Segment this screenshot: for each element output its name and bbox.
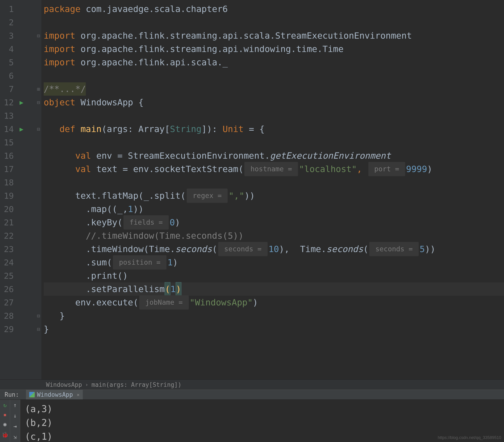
fold-end-icon[interactable]: ⊟	[37, 313, 40, 319]
console-output[interactable]: (a,3) (b,2) (c,1)	[20, 400, 504, 442]
up-arrow-icon[interactable]: ↑	[13, 402, 17, 408]
bracket-match: )	[176, 282, 181, 296]
import-path: org.apache.flink.streaming.api.scala.Str…	[80, 29, 412, 42]
breadcrumb-item[interactable]: main(args: Array[String])	[91, 381, 181, 388]
run-label: Run:	[5, 391, 19, 398]
number-literal: 9999	[406, 162, 427, 176]
fold-open-icon[interactable]: ⊟	[37, 126, 40, 132]
line-number: 19	[0, 191, 16, 201]
string-literal: "WindowsApp"	[190, 296, 253, 309]
keyword: def	[60, 122, 81, 136]
keyword: import	[44, 29, 80, 42]
console-line: (a,3)	[25, 402, 499, 416]
line-number: 4	[0, 44, 16, 54]
code-area[interactable]: package com.javaedge.scala.chapter6 impo…	[41, 0, 504, 379]
run-tab-name: WindowsApp	[37, 391, 73, 398]
gutter: 1 2 3⊟ 4 5 6 7⊞ 12▶⊟ 13 14▶⊟ 15 16 17 18…	[0, 0, 41, 379]
string-literal: "localhost"	[299, 162, 357, 176]
line-number: 13	[0, 111, 16, 121]
number-literal: 1	[128, 202, 133, 216]
run-gutter-icon[interactable]: ▶	[19, 125, 23, 133]
line-number: 25	[0, 271, 16, 280]
keyword: val	[75, 149, 96, 162]
editor-area: 1 2 3⊟ 4 5 6 7⊞ 12▶⊟ 13 14▶⊟ 15 16 17 18…	[0, 0, 504, 379]
line-number: 24	[0, 258, 16, 267]
line-number: 2	[0, 18, 16, 27]
package-name: com.javaedge.scala.chapter6	[86, 2, 228, 16]
fold-end-icon[interactable]: ⊟	[37, 326, 40, 332]
breadcrumb: WindowsApp › main(args: Array[String])	[0, 379, 504, 389]
stop-icon[interactable]: ■	[4, 413, 6, 417]
import-path: org.apache.flink.api.scala._	[80, 56, 228, 69]
line-number: 1	[0, 4, 16, 14]
run-config-icon	[29, 392, 35, 397]
param-hint: jobName =	[139, 295, 189, 310]
close-icon[interactable]: ×	[77, 392, 80, 398]
line-number: 29	[0, 325, 16, 334]
keyword: import	[44, 42, 80, 56]
number-literal: 1	[167, 256, 173, 269]
keyword: object	[44, 96, 80, 109]
down-arrow-icon[interactable]: ↓	[13, 413, 17, 419]
param-hint: port =	[368, 162, 405, 176]
string-literal: ","	[229, 189, 244, 202]
line-number: 17	[0, 165, 16, 174]
keyword: import	[44, 56, 80, 69]
bracket-match: (	[165, 282, 170, 296]
line-number: 12	[0, 98, 16, 107]
line-number: 15	[0, 138, 16, 147]
keyword: package	[44, 2, 86, 16]
line-number: 27	[0, 298, 16, 307]
line-number: 6	[0, 71, 16, 80]
console-line: (c,1)	[25, 430, 499, 442]
console-line: (b,2)	[25, 416, 499, 430]
fold-open-icon[interactable]: ⊟	[37, 100, 40, 105]
run-panel-body: ↻ ■ ◉ 🐞 ↑ ↓ ⇥ ⇲ (a,3) (b,2) (c,1)	[0, 400, 504, 442]
line-number: 7	[0, 84, 16, 94]
static-method: getExecutionEnvironment	[270, 149, 391, 162]
object-name: WindowsApp	[80, 96, 138, 109]
run-gutter-icon[interactable]: ▶	[19, 99, 23, 106]
keyword: val	[75, 162, 96, 176]
param-hint: fields =	[124, 215, 169, 229]
number-literal: 5	[420, 242, 425, 256]
scroll-end-icon[interactable]: ⇲	[13, 434, 17, 440]
watermark: https://blog.csdn.net/qq_33589510	[438, 435, 501, 440]
import-path: org.apache.flink.streaming.api.windowing…	[80, 42, 343, 56]
fold-open-icon[interactable]: ⊟	[37, 33, 40, 39]
line-number: 3	[0, 31, 16, 40]
bug-icon[interactable]: 🐞	[2, 432, 9, 438]
soft-wrap-icon[interactable]: ⇥	[13, 423, 17, 430]
param-hint: seconds =	[218, 242, 268, 256]
run-toolbar-primary: ↻ ■ ◉ 🐞	[0, 400, 10, 442]
param-hint: position =	[113, 255, 166, 270]
rerun-icon[interactable]: ↻	[3, 402, 6, 408]
chevron-right-icon: ›	[85, 382, 88, 387]
folded-comment[interactable]: /**...*/	[44, 82, 86, 96]
param-hint: seconds =	[369, 242, 419, 256]
line-number: 26	[0, 284, 16, 294]
breadcrumb-item[interactable]: WindowsApp	[46, 381, 82, 388]
line-number: 18	[0, 178, 16, 187]
method-name: main	[80, 122, 102, 136]
comment: //.timeWindow(Time.seconds(5))	[75, 229, 243, 242]
line-number: 16	[0, 151, 16, 161]
line-number: 20	[0, 204, 16, 214]
run-panel-header: Run: WindowsApp ×	[0, 389, 504, 400]
line-number: 23	[0, 244, 16, 254]
line-number: 5	[0, 58, 16, 67]
line-number: 21	[0, 218, 16, 227]
type: String	[170, 122, 201, 136]
number-literal: 0	[170, 216, 175, 229]
camera-icon[interactable]: ◉	[3, 421, 6, 427]
run-toolbar-secondary: ↑ ↓ ⇥ ⇲	[10, 400, 20, 442]
number-literal: 1	[170, 282, 176, 296]
run-tab[interactable]: WindowsApp ×	[26, 390, 83, 400]
fold-closed-icon[interactable]: ⊞	[37, 86, 40, 92]
param-hint: hostname =	[244, 162, 298, 176]
line-number: 28	[0, 311, 16, 321]
line-number: 22	[0, 231, 16, 240]
number-literal: 10	[269, 242, 279, 256]
param-hint: regex =	[187, 189, 228, 203]
line-number: 14	[0, 124, 16, 134]
